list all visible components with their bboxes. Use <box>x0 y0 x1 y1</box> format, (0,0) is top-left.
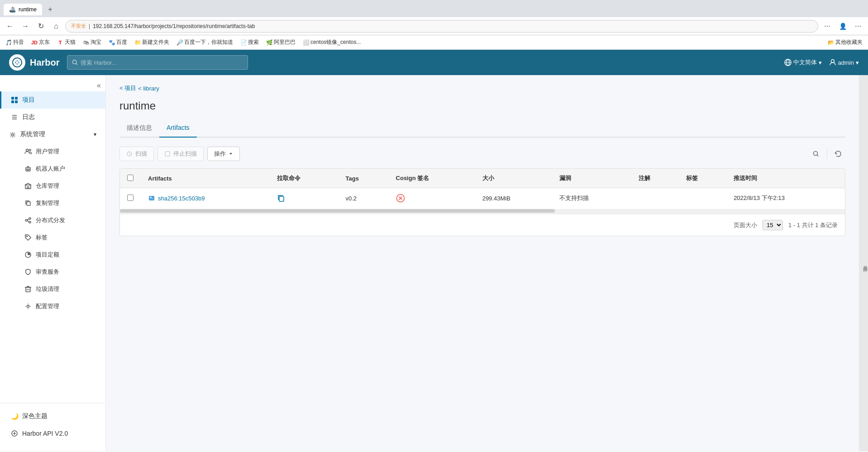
svg-rect-9 <box>15 97 18 100</box>
sidebar-collapse[interactable]: « <box>0 80 105 91</box>
lang-btn[interactable]: 中文简体 ▾ <box>784 58 822 67</box>
sidebar-item-api-label: Harbor API V2.0 <box>22 430 68 437</box>
user-btn[interactable]: admin ▾ <box>829 59 859 66</box>
sidebar-item-warehouse[interactable]: 仓库管理 <box>5 177 105 195</box>
app-search[interactable] <box>67 55 248 70</box>
users-icon <box>24 147 32 156</box>
grid-icon <box>10 96 19 104</box>
bookmark-search[interactable]: 📄 搜索 <box>238 38 261 47</box>
bookmark-jd[interactable]: JD 京东 <box>29 38 52 47</box>
bookmark-douyin[interactable]: 🎵 抖音 <box>4 38 26 47</box>
browser-controls: ← → ↻ ⌂ 不安全 | 192.168.205.147/harbor/pro… <box>0 17 868 35</box>
svg-point-29 <box>27 236 28 237</box>
svg-rect-22 <box>27 187 29 189</box>
forward-btn[interactable]: → <box>19 20 32 33</box>
scan-icon <box>126 151 133 157</box>
col-labels: 标签 <box>679 169 726 188</box>
table-search-btn[interactable] <box>809 147 823 161</box>
scrollbar-thumb <box>120 209 555 213</box>
bookmark-baidu[interactable]: 🐾 百度 <box>107 38 129 47</box>
svg-point-26 <box>29 221 31 223</box>
breadcrumb-library[interactable]: < library <box>138 85 159 92</box>
bookmark-centos[interactable]: ⬜ centos镜像_centos... <box>301 38 362 47</box>
artifact-type-icon <box>148 195 155 202</box>
tab-artifacts[interactable]: Artifacts <box>159 119 197 138</box>
right-panel-text: 相关操作 <box>862 262 868 265</box>
sidebar-item-theme[interactable]: 🌙 深色主题 <box>0 408 105 425</box>
sidebar-item-distribution-label: 分布式分发 <box>36 216 65 224</box>
centos-icon: ⬜ <box>303 39 309 46</box>
extensions-btn[interactable]: ⋯ <box>821 20 834 33</box>
svg-rect-44 <box>150 197 152 198</box>
header-right: 中文简体 ▾ admin ▾ <box>784 58 859 67</box>
sidebar-item-projects[interactable]: 项目 <box>0 91 105 109</box>
sidebar-item-audit[interactable]: 审查服务 <box>5 263 105 281</box>
sidebar-item-logs[interactable]: 日志 <box>0 109 105 126</box>
url-warning: 不安全 <box>71 23 86 29</box>
sidebar-item-labels[interactable]: 标签 <box>5 229 105 246</box>
sidebar-footer: 🌙 深色主题 Harbor API V2.0 <box>0 403 105 447</box>
copy-pull-cmd-btn[interactable] <box>277 194 285 202</box>
robot-icon <box>24 165 32 173</box>
artifact-hash: sha256:15c503b9 <box>158 195 205 202</box>
home-btn[interactable]: ⌂ <box>50 20 62 33</box>
bookmark-tianmao[interactable]: T 天猫 <box>55 38 77 47</box>
sidebar-item-replication[interactable]: 复制管理 <box>5 195 105 212</box>
url-bar[interactable]: 不安全 | 192.168.205.147/harbor/projects/1/… <box>65 20 818 33</box>
tab-info[interactable]: 描述信息 <box>119 119 159 138</box>
new-tab-btn[interactable]: + <box>44 3 57 16</box>
taobao-icon: 🛍 <box>83 39 89 46</box>
warehouse-icon <box>24 182 32 190</box>
table-refresh-btn[interactable] <box>831 147 845 161</box>
col-vuln: 漏洞 <box>552 169 631 188</box>
sidebar-item-config[interactable]: 配置管理 <box>5 298 105 315</box>
sidebar-item-quota[interactable]: 项目定额 <box>5 246 105 263</box>
table-row: sha256:15c503b9 v0.2 <box>120 188 845 209</box>
bookmark-folder[interactable]: 📁 新建文件夹 <box>133 38 171 47</box>
svg-line-28 <box>27 221 29 222</box>
sidebar-item-system[interactable]: 系统管理 ▾ <box>0 126 105 143</box>
scan-btn[interactable]: 扫描 <box>119 147 154 161</box>
sidebar-item-api[interactable]: Harbor API V2.0 <box>0 425 105 442</box>
svg-rect-8 <box>11 97 14 100</box>
search-input[interactable] <box>81 59 243 66</box>
select-all-checkbox[interactable] <box>127 175 134 181</box>
page-size-dropdown[interactable]: 15 25 50 <box>763 220 783 230</box>
sidebar-item-replication-label: 复制管理 <box>36 199 59 207</box>
profile-btn[interactable]: 👤 <box>836 20 849 33</box>
gear-icon <box>24 302 32 310</box>
bookmark-other[interactable]: 📂 其他收藏夹 <box>826 38 864 47</box>
col-tags: Tags <box>339 169 389 188</box>
sidebar-item-distribution[interactable]: 分布式分发 <box>5 212 105 229</box>
app-header: Harbor 中文简体 ▾ admin ▾ <box>0 50 868 75</box>
search-icon: 📄 <box>240 39 247 46</box>
table-scroll[interactable]: Artifacts 拉取命令 Tags Cosign 签名 大小 漏洞 注解 标… <box>120 169 845 208</box>
page-size-select[interactable]: 15 25 50 <box>763 220 783 230</box>
bookmark-baidu2[interactable]: 🔎 百度一下，你就知道 <box>175 38 235 47</box>
sidebar-item-gc-label: 垃圾清理 <box>36 285 59 293</box>
sidebar-item-theme-label: 深色主题 <box>22 412 48 420</box>
lang-label: 中文简体 <box>793 58 817 67</box>
toolbar-right <box>809 147 845 161</box>
svg-point-17 <box>29 149 31 151</box>
back-btn[interactable]: ← <box>4 20 16 33</box>
sidebar-item-robots[interactable]: 机器人账户 <box>5 160 105 177</box>
app-body: « 项目 日志 系统管理 ▾ 用户管理 <box>0 75 868 451</box>
action-btn[interactable]: 操作 <box>207 147 240 161</box>
refresh-btn[interactable]: ↻ <box>34 20 47 33</box>
sidebar-item-users[interactable]: 用户管理 <box>5 143 105 160</box>
menu-btn[interactable]: ⋯ <box>852 20 864 33</box>
row-pull-cmd-cell <box>270 188 339 209</box>
tag-icon <box>24 233 32 242</box>
browser-tab[interactable]: 🚢 runtime <box>4 4 42 15</box>
stop-scan-btn[interactable]: 停止扫描 <box>157 147 204 161</box>
artifact-link[interactable]: sha256:15c503b9 <box>148 195 262 202</box>
bookmark-taobao[interactable]: 🛍 淘宝 <box>81 38 103 47</box>
bookmark-alibaba[interactable]: 🌿 阿里巴巴 <box>264 38 297 47</box>
tabs: 描述信息 Artifacts <box>119 119 845 138</box>
sidebar-item-gc[interactable]: 垃圾清理 <box>5 281 105 298</box>
list-icon <box>10 113 19 121</box>
breadcrumb-projects[interactable]: < 项目 <box>119 84 136 92</box>
row-checkbox[interactable] <box>127 195 134 201</box>
table-scrollbar[interactable] <box>120 209 845 214</box>
